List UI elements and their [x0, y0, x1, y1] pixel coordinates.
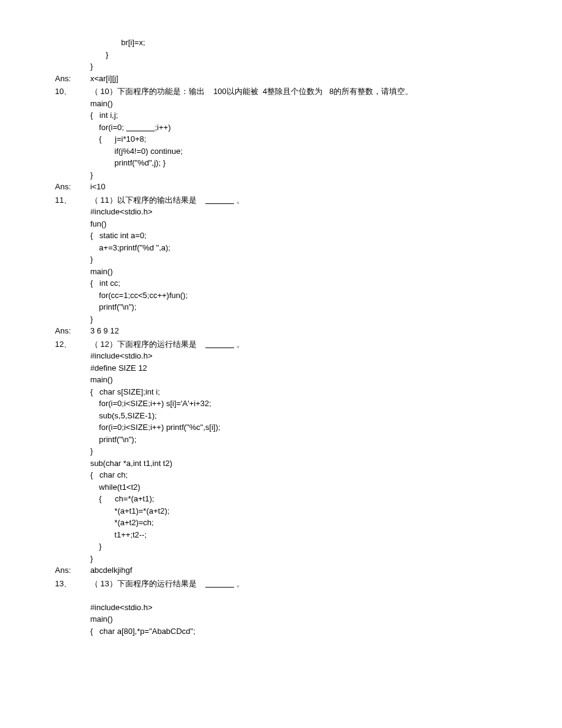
- answer-label: Ans:: [55, 181, 88, 193]
- answer-label: Ans:: [55, 73, 88, 85]
- question-10: 10、 （ 10）下面程序的功能是：输出 100以内能被 4整除且个位数为 8的…: [55, 86, 507, 98]
- question-prompt: （ 11）以下程序的输出结果是 。: [90, 194, 244, 206]
- question-prompt: （ 12）下面程序的运行结果是 。: [90, 338, 244, 351]
- code-text: br[i]=x; } }: [90, 37, 145, 73]
- question-number: 12、: [55, 338, 88, 351]
- code-fragment-prev: br[i]=x; } }: [55, 37, 507, 73]
- answer-label: Ans:: [55, 325, 88, 337]
- code-text: #include<stdio.h> #define SIZE 12 main()…: [90, 350, 221, 564]
- question-prompt: （ 13）下面程序的运行结果是 。: [90, 578, 244, 590]
- question-11-code: #include<stdio.h> fun() { static int a=0…: [55, 206, 507, 325]
- question-13-code: #include<stdio.h> main() { char a[80],*p…: [55, 589, 507, 637]
- answer-11: Ans: 3 6 9 12: [55, 325, 507, 337]
- question-11: 11、 （ 11）以下程序的输出结果是 。: [55, 194, 507, 206]
- answer-text: 3 6 9 12: [90, 325, 119, 337]
- question-number: 11、: [55, 194, 88, 206]
- question-13: 13、 （ 13）下面程序的运行结果是 。: [55, 578, 507, 590]
- code-text: main() { int i,j; for(i=0; ;i++) { j=i*1…: [90, 98, 183, 181]
- prompt-text: （ 13）下面程序的运行结果是: [90, 579, 206, 588]
- question-number: 13、: [55, 578, 88, 590]
- answer-10: Ans: i<10: [55, 181, 507, 193]
- answer-label: Ans:: [55, 564, 88, 577]
- fill-blank: [126, 123, 155, 132]
- prompt-suffix: 。: [234, 195, 244, 205]
- code-text: #include<stdio.h> fun() { static int a=0…: [90, 206, 188, 325]
- fill-blank: [205, 340, 234, 349]
- question-number: 10、: [55, 86, 88, 98]
- prompt-text: （ 11）以下程序的输出结果是: [90, 195, 206, 205]
- question-12: 12、 （ 12）下面程序的运行结果是 。: [55, 338, 507, 351]
- answer-text: i<10: [90, 181, 106, 193]
- fill-blank: [205, 579, 234, 588]
- question-prompt: （ 10）下面程序的功能是：输出 100以内能被 4整除且个位数为 8的所有整数…: [90, 86, 414, 98]
- prompt-text: （ 12）下面程序的运行结果是: [90, 340, 206, 349]
- question-10-code: main() { int i,j; for(i=0; ;i++) { j=i*1…: [55, 98, 507, 181]
- prompt-text: （ 10）下面程序的功能是：输出 100以内能被 4整除且个位数为 8的所有整数…: [90, 87, 414, 96]
- answer-text: abcdelkjihgf: [90, 564, 133, 577]
- fill-blank: [205, 195, 234, 205]
- code-text: #include<stdio.h> main() { char a[80],*p…: [90, 589, 195, 637]
- question-12-code: #include<stdio.h> #define SIZE 12 main()…: [55, 350, 507, 564]
- prompt-suffix: 。: [234, 579, 244, 588]
- answer-text: x<ar[i][j]: [90, 73, 119, 85]
- code-part-a: main() { int i,j; for(i=0;: [90, 99, 126, 132]
- prompt-suffix: 。: [234, 340, 244, 349]
- answer-12: Ans: abcdelkjihgf: [55, 564, 507, 577]
- answer-9: Ans: x<ar[i][j]: [55, 73, 507, 85]
